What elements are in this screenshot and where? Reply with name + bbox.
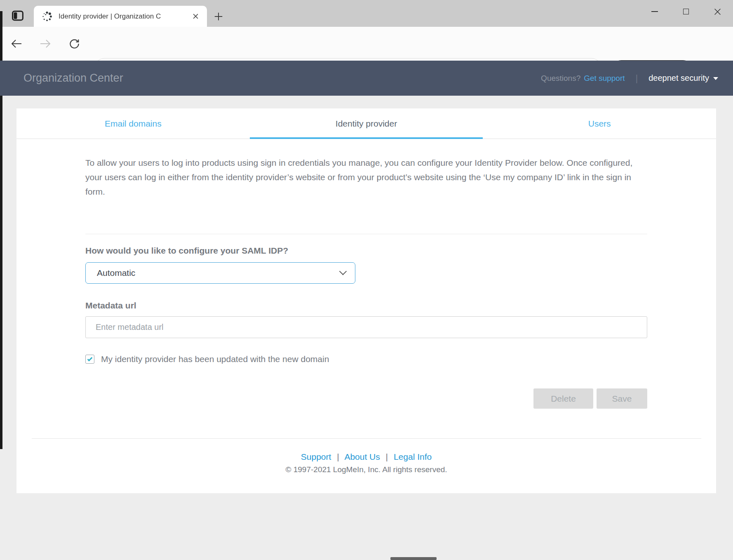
checkmark-icon <box>87 356 93 361</box>
metadata-url-input[interactable] <box>85 316 647 338</box>
page-title: Organization Center <box>23 72 123 85</box>
get-support-link[interactable]: Get support <box>584 74 625 83</box>
idp-updated-checkbox-row[interactable]: My identity provider has been updated wi… <box>85 354 647 364</box>
app-header: Organization Center Questions? Get suppo… <box>0 61 733 96</box>
forward-icon[interactable] <box>36 35 54 52</box>
back-icon[interactable] <box>7 35 26 52</box>
saml-config-dropdown[interactable]: Automatic <box>85 262 355 284</box>
section-divider <box>85 234 647 234</box>
intro-text: To allow your users to log into products… <box>85 155 647 199</box>
footer-divider <box>32 438 701 439</box>
page-tabs: Email domains Identity provider Users <box>16 108 716 139</box>
bottom-edge-artifact <box>390 557 437 560</box>
window-controls <box>639 0 733 25</box>
tab-actions-glyph <box>12 10 24 21</box>
idp-updated-checkbox[interactable] <box>85 355 94 364</box>
refresh-icon[interactable] <box>65 35 83 52</box>
tab-email-domains[interactable]: Email domains <box>16 108 250 139</box>
tab-title: Identity provider | Organization C <box>59 12 190 21</box>
questions-label: Questions? <box>541 74 580 83</box>
saml-config-value: Automatic <box>97 268 135 278</box>
support-link[interactable]: Support <box>301 452 331 461</box>
footer-separator: | <box>386 452 388 461</box>
account-name: deepnet security <box>648 73 709 83</box>
close-icon[interactable] <box>190 11 201 22</box>
about-us-link[interactable]: About Us <box>344 452 380 461</box>
legal-info-link[interactable]: Legal Info <box>394 452 432 461</box>
new-tab-icon[interactable] <box>211 9 226 24</box>
saml-question-label: How would you like to configure your SAM… <box>85 246 647 256</box>
header-divider: | <box>636 73 638 84</box>
copyright-text: © 1997-2021 LogMeIn, Inc. All rights res… <box>16 465 716 474</box>
favicon-dots-icon <box>41 11 53 22</box>
account-menu-button[interactable]: deepnet security <box>648 73 718 83</box>
idp-updated-label: My identity provider has been updated wi… <box>101 354 329 364</box>
delete-button[interactable]: Delete <box>533 388 593 409</box>
browser-titlebar: Identity provider | Organization C <box>0 0 733 27</box>
browser-tab[interactable]: Identity provider | Organization C <box>34 6 207 27</box>
maximize-icon[interactable] <box>670 0 702 23</box>
identity-provider-panel: To allow your users to log into products… <box>16 155 716 409</box>
metadata-url-label: Metadata url <box>85 301 647 311</box>
action-buttons: Delete Save <box>85 388 647 409</box>
tab-identity-provider[interactable]: Identity provider <box>250 108 483 139</box>
tab-actions-icon[interactable] <box>9 8 26 23</box>
minimize-icon[interactable] <box>639 0 670 23</box>
close-window-icon[interactable] <box>702 0 733 23</box>
footer-separator: | <box>337 452 339 461</box>
browser-navbar: https://organization.logmeininc.com/#ide… <box>0 27 733 61</box>
main-card: Email domains Identity provider Users To… <box>16 108 716 493</box>
caret-down-icon <box>713 77 718 80</box>
chevron-down-icon <box>339 268 347 275</box>
tab-users[interactable]: Users <box>483 108 716 139</box>
card-footer: Support | About Us | Legal Info © 1997-2… <box>16 452 716 474</box>
save-button[interactable]: Save <box>597 388 647 409</box>
